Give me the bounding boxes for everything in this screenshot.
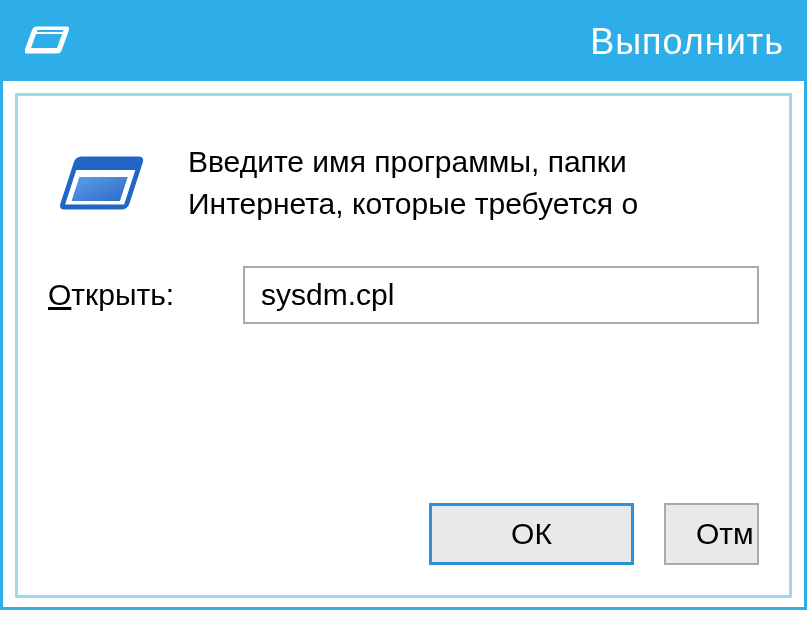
open-label: Открыть: xyxy=(48,278,198,312)
open-input-row: Открыть: xyxy=(48,266,759,324)
cancel-button[interactable]: Отм xyxy=(664,503,759,565)
titlebar[interactable]: Выполнить xyxy=(3,3,804,81)
description-line-1: Введите имя программы, папки xyxy=(188,145,627,178)
svg-rect-4 xyxy=(74,159,142,170)
button-row: ОК Отм xyxy=(429,503,759,565)
run-program-icon xyxy=(58,146,148,226)
description-text: Введите имя программы, папки Интернета, … xyxy=(188,136,638,225)
description-row: Введите имя программы, папки Интернета, … xyxy=(48,136,759,226)
window-title: Выполнить xyxy=(590,21,784,63)
svg-rect-6 xyxy=(72,177,128,201)
run-titlebar-icon xyxy=(23,24,71,60)
ok-button[interactable]: ОК xyxy=(429,503,634,565)
open-input[interactable] xyxy=(243,266,759,324)
svg-rect-1 xyxy=(31,34,62,48)
run-dialog-window: Выполнить xyxy=(0,0,807,610)
dialog-content: Введите имя программы, папки Интернета, … xyxy=(15,93,792,598)
description-line-2: Интернета, которые требуется о xyxy=(188,187,638,220)
